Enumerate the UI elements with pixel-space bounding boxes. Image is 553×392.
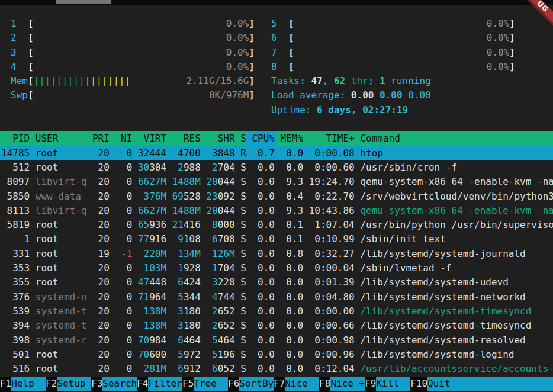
cell-virt: 6627M (132, 204, 166, 218)
cell-s: S (235, 290, 246, 304)
process-row-8097[interactable]: 8097libvirt-q2006627M1488M20044S0.09.319… (0, 175, 553, 189)
bracket-open: [ (28, 88, 34, 102)
column-header-user[interactable]: USER (30, 131, 86, 146)
column-header-pid[interactable]: PID (1, 131, 30, 146)
cell-mem: 0.0 (275, 348, 303, 362)
process-row-5850[interactable]: 5850www-data200376M6952823092S0.00.40:22… (0, 189, 553, 204)
cell-pri: 20 (86, 218, 110, 232)
cell-shr: 6708 (201, 232, 235, 246)
cell-virt: 103M (132, 261, 166, 275)
column-header-s[interactable]: S (235, 131, 246, 146)
cpu-7-meter: 7[0.0%] (271, 46, 515, 60)
cell-s: S (235, 160, 246, 175)
function-bar-wrap: F1HelpF2SetupF3SearchF4FilterF5TreeF6Sor… (0, 377, 553, 392)
fnkey-f10[interactable]: F10Quit (410, 377, 553, 391)
cell-command: /lib/systemd/systemd-networkd (355, 290, 553, 304)
process-row-5819[interactable]: 5819root20065936214168000S0.00.11:07.04/… (0, 218, 553, 232)
fnkey-f7[interactable]: F7Nice - (274, 377, 319, 391)
fnkey-f6[interactable]: F6SortBy (228, 377, 274, 391)
swap-meter: Swp[0K/976M] (11, 88, 255, 102)
cell-user: root (30, 247, 86, 261)
cell-time: 10:43.86 (303, 204, 355, 218)
process-row-14785[interactable]: 14785root2003244447003848R0.70.00:00.08h… (0, 146, 553, 160)
column-header-virt[interactable]: VIRT (132, 131, 166, 146)
cell-time: 0:00.00 (303, 304, 355, 319)
cell-pid: 14785 (1, 146, 30, 160)
cell-res: 5972 (166, 348, 201, 362)
cell-time: 0:01.39 (303, 275, 355, 290)
process-row-516[interactable]: 516root200281M69126052S0.00.00:12.04/usr… (0, 362, 553, 376)
column-header-shr[interactable]: SHR (201, 131, 235, 146)
cell-pid: 5850 (1, 189, 30, 204)
process-row-355[interactable]: 355root2004744864243228S0.00.00:01.39/li… (0, 275, 553, 290)
column-header-mem[interactable]: MEM% (275, 131, 303, 146)
fnkey-f5-key: F5 (182, 377, 194, 391)
cell-pri: 20 (86, 261, 110, 275)
fnkey-f8-key: F8 (319, 377, 330, 391)
process-row-512[interactable]: 512root2003030429882704S0.00.00:00.60/us… (0, 160, 553, 175)
column-header-ni[interactable]: NI (110, 131, 133, 146)
fnkey-f4[interactable]: F4Filter (137, 377, 182, 391)
fnkey-f2-key: F2 (46, 377, 57, 391)
cell-res: 1488M (166, 204, 201, 218)
process-row-353[interactable]: 353root200103M19281704S0.00.00:00.04/sbi… (0, 261, 553, 275)
cell-cpu: 0.7 (246, 146, 275, 160)
cell-pri: 20 (86, 204, 110, 218)
cell-s: S (235, 204, 246, 218)
cell-pri: 20 (86, 304, 110, 319)
cell-user: root (30, 275, 86, 290)
cell-shr: 2652 (201, 304, 235, 319)
cell-user: systemd-t (30, 304, 86, 319)
cell-shr: 5464 (201, 333, 235, 348)
cell-user: systemd-t (30, 319, 86, 333)
cell-ni: 0 (110, 348, 133, 362)
cell-command: qemu-system-x86_64 -enable-kvm -na (355, 175, 553, 189)
cell-mem: 0.0 (275, 261, 303, 275)
column-header-res[interactable]: RES (166, 131, 201, 146)
process-row-376[interactable]: 376systemd-n2007196453444744S0.00.00:04.… (0, 290, 553, 304)
cell-command: /lib/systemd/systemd-resolved (355, 333, 553, 348)
column-header-time[interactable]: TIME+ (303, 131, 355, 146)
bracket-open: [ (28, 31, 34, 45)
cpu-7-meter-label: 7 (271, 46, 288, 60)
column-header-command[interactable]: Command (355, 131, 553, 146)
fnkey-f3[interactable]: F3Search (91, 377, 137, 391)
cell-res: 3180 (166, 319, 201, 333)
cell-user: root (30, 348, 86, 362)
fnkey-f8[interactable]: F8Nice + (319, 377, 365, 391)
cell-cpu: 0.0 (246, 348, 275, 362)
cell-s: S (235, 189, 246, 204)
cell-virt: 70600 (132, 348, 166, 362)
column-header-pri[interactable]: PRI (86, 131, 110, 146)
cell-ni: 0 (110, 333, 133, 348)
debug-ribbon: UG (513, 0, 553, 36)
process-row-8113[interactable]: 8113libvirt-q2006627M1488M20044S0.09.310… (0, 204, 553, 218)
column-header-cpu[interactable]: CPU% (246, 131, 275, 146)
window-tab[interactable] (56, 0, 111, 4)
cell-pri: 20 (86, 232, 110, 246)
process-row-331[interactable]: 331root19-1220M134M126MS0.00.80:32.27/li… (0, 247, 553, 261)
process-row-394[interactable]: 394systemd-t200138M31802652S0.00.00:00.6… (0, 319, 553, 333)
fnkey-f2[interactable]: F2Setup (46, 377, 91, 391)
cell-res: 3180 (166, 304, 201, 319)
cell-cpu: 0.0 (246, 333, 275, 348)
cell-shr: 3848 (201, 146, 235, 160)
process-row-501[interactable]: 501root2007060059725196S0.00.00:00.96/li… (0, 348, 553, 362)
fnkey-f1[interactable]: F1Help (0, 377, 46, 391)
cell-virt: 32444 (132, 146, 166, 160)
process-row-539[interactable]: 539systemd-t200138M31802652S0.00.00:00.0… (0, 304, 553, 319)
cell-cpu: 0.0 (246, 247, 275, 261)
bracket-close: ] (509, 31, 515, 45)
cell-user: root (30, 160, 86, 175)
bracket-open: [ (288, 46, 294, 60)
cell-pri: 19 (86, 247, 110, 261)
cell-pri: 20 (86, 160, 110, 175)
cell-command: /lib/systemd/systemd-logind (355, 348, 553, 362)
cell-cpu: 0.0 (246, 275, 275, 290)
process-row-1[interactable]: 1root2007791691086708S0.00.10:10.99/sbin… (0, 232, 553, 246)
fnkey-f9[interactable]: F9Kill (365, 377, 410, 391)
fnkey-f5[interactable]: F5Tree (182, 377, 228, 391)
cell-pri: 20 (86, 290, 110, 304)
cell-res: 1488M (166, 175, 201, 189)
process-row-398[interactable]: 398systemd-r2007098464645464S0.00.00:00.… (0, 333, 553, 348)
